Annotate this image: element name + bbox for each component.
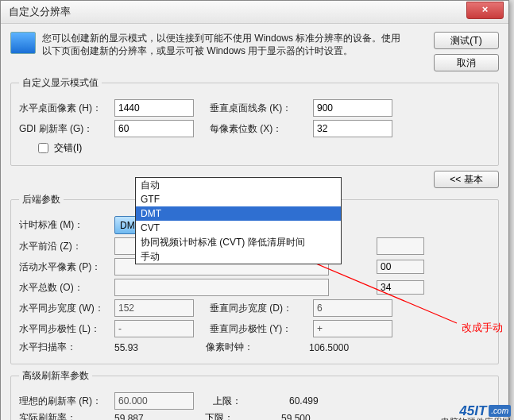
pixel-clock-value: 106.5000: [309, 342, 385, 353]
action-buttons: 测试(T) 取消: [434, 32, 499, 71]
lower-value: 59.500: [281, 413, 357, 421]
legend-custom: 自定义显示模式值: [19, 76, 102, 90]
lower-label: 下限：: [202, 411, 234, 420]
timing-std-dropdown: 自动 GTF DMT CVT 协同视频计时标准 (CVT) 降低清屏时间 手动: [135, 177, 342, 264]
ideal-refresh-label: 理想的刷新率 (R)：: [19, 395, 114, 408]
annotation-text: 改成手动: [462, 321, 503, 335]
h-total-label: 水平总数 (O)：: [19, 281, 114, 295]
v-frontporch-input[interactable]: [377, 237, 424, 255]
bpp-input[interactable]: [313, 120, 392, 137]
option-gtf[interactable]: GTF: [136, 192, 341, 206]
h-sync-w-input[interactable]: [114, 299, 194, 317]
v-sync-p-input[interactable]: [313, 320, 392, 337]
h-frontporch-label: 水平前沿 (Z)：: [19, 240, 114, 253]
h-scan-label: 水平扫描率：: [19, 341, 114, 354]
refresh-input[interactable]: [114, 120, 194, 137]
refresh-label: GDI 刷新率 (G)：: [19, 122, 114, 136]
cancel-button[interactable]: 取消: [434, 54, 499, 71]
v-lines-input[interactable]: [313, 99, 392, 117]
legend-backend: 后端参数: [19, 193, 64, 206]
watermark-logo: 45IT: [459, 406, 486, 416]
h-scan-value: 55.93: [114, 342, 190, 353]
window-title: 自定义分辨率: [9, 5, 71, 19]
interlace-label: 交错(I): [54, 141, 82, 155]
v-active-suffix: 00: [377, 260, 424, 274]
option-manual[interactable]: 手动: [136, 249, 341, 264]
watermark-dotcom: .com: [489, 405, 511, 417]
h-active-label: 活动水平像素 (P)：: [19, 260, 114, 274]
option-dmt[interactable]: DMT: [136, 206, 341, 221]
h-pixels-input[interactable]: [114, 99, 194, 117]
actual-refresh-label: 实际刷新率：: [19, 411, 114, 420]
option-cvt[interactable]: CVT: [136, 221, 341, 235]
upper-value: 60.499: [289, 395, 365, 407]
v-total-suffix: 34: [377, 280, 424, 295]
h-sync-w-label: 水平同步宽度 (W)：: [19, 302, 114, 315]
bpp-label: 每像素位数 (X)：: [210, 122, 313, 136]
h-total-input[interactable]: [114, 279, 329, 296]
info-row: 您可以创建新的显示模式，以便连接到可能不使用 Windows 标准分辨率的设备。…: [10, 32, 499, 71]
v-sync-p-label: 垂直同步极性 (Y)：: [210, 322, 313, 336]
actual-refresh-value: 59.887: [114, 413, 190, 421]
ideal-refresh-input[interactable]: [114, 392, 194, 410]
group-adv-refresh: 高级刷新率参数 理想的刷新率 (R)： 上限： 60.499 实际刷新率： 59…: [10, 369, 499, 420]
monitor-icon: [10, 32, 36, 54]
test-button[interactable]: 测试(T): [434, 32, 499, 49]
legend-adv-refresh: 高级刷新率参数: [19, 369, 92, 383]
upper-label: 上限：: [210, 395, 242, 408]
interlace-checkbox[interactable]: [38, 143, 48, 153]
info-text: 您可以创建新的显示模式，以便连接到可能不使用 Windows 标准分辨率的设备。…: [42, 32, 408, 57]
basic-toggle-button[interactable]: << 基本: [434, 171, 499, 188]
h-sync-p-input[interactable]: [114, 320, 194, 337]
titlebar: 自定义分辨率 ×: [1, 1, 508, 24]
pixel-clock-label: 像素时钟：: [206, 341, 309, 354]
v-lines-label: 垂直桌面线条 (K)：: [210, 102, 313, 115]
v-sync-w-label: 垂直同步宽度 (D)：: [210, 302, 313, 315]
timing-std-label: 计时标准 (M)：: [19, 218, 114, 232]
h-pixels-label: 水平桌面像素 (H)：: [19, 102, 114, 115]
watermark: 45IT .com 电脑软硬件应用网: [459, 405, 511, 417]
close-button[interactable]: ×: [466, 2, 504, 19]
v-sync-w-input[interactable]: [313, 299, 392, 317]
option-auto[interactable]: 自动: [136, 178, 341, 192]
h-sync-p-label: 水平同步极性 (L)：: [19, 322, 114, 336]
group-custom-display: 自定义显示模式值 水平桌面像素 (H)： 垂直桌面线条 (K)： GDI 刷新率…: [10, 76, 499, 166]
option-cvt-rb[interactable]: 协同视频计时标准 (CVT) 降低清屏时间: [136, 235, 341, 249]
watermark-sub: 电脑软硬件应用网: [441, 417, 511, 420]
